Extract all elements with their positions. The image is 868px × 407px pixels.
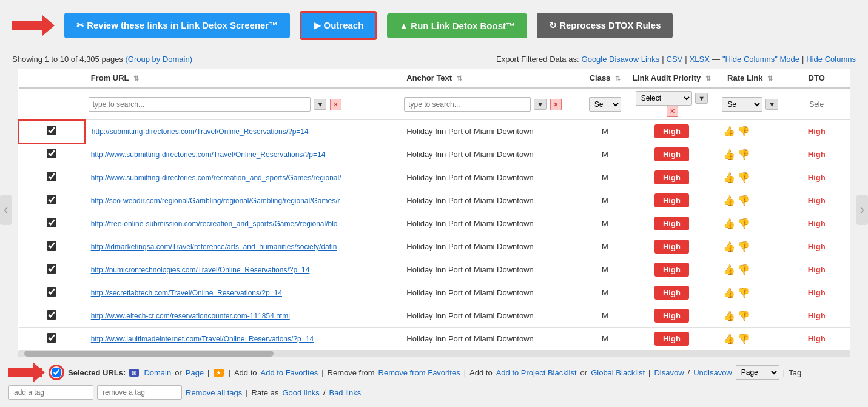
url-link-2[interactable]: http://www.submitting-directories.com/re… bbox=[91, 173, 341, 182]
review-links-button[interactable]: ✂ Review these links in Link Detox Scree… bbox=[64, 13, 290, 38]
row-checkbox-6[interactable] bbox=[47, 264, 56, 274]
project-blacklist-link[interactable]: Add to Project Blacklist bbox=[496, 368, 577, 377]
sort-icon-audit[interactable]: ⇅ bbox=[705, 75, 711, 82]
row-checkbox-cell-8[interactable] bbox=[19, 304, 85, 328]
thumbs-down-icon-9[interactable]: 👎 bbox=[738, 333, 750, 345]
good-links-link[interactable]: Good links bbox=[282, 388, 319, 397]
sort-icon-anchor[interactable]: ⇅ bbox=[457, 75, 462, 82]
thumbs-up-icon-0[interactable]: 👍 bbox=[723, 126, 735, 137]
audit-badge-2: High bbox=[654, 170, 689, 184]
thumbs-up-icon-2[interactable]: 👍 bbox=[723, 172, 735, 183]
undisavow-link[interactable]: Undisavow bbox=[693, 368, 732, 377]
row-checkbox-cell-6[interactable] bbox=[19, 258, 85, 281]
audit-filter-icon[interactable]: ▼ bbox=[695, 93, 708, 104]
thumbs-up-icon-5[interactable]: 👍 bbox=[723, 241, 735, 252]
url-link-6[interactable]: http://numicrontechnologies.com/Travel/O… bbox=[91, 266, 310, 274]
reprocess-button[interactable]: ↻ Reprocess DTOX Rules bbox=[537, 13, 673, 38]
anchor-filter-clear[interactable]: ✕ bbox=[550, 99, 562, 110]
row-checkbox-7[interactable] bbox=[47, 287, 56, 297]
hide-columns-link[interactable]: Hide Columns bbox=[806, 55, 856, 64]
url-link-3[interactable]: http://seo-webdir.com/regional/Gambling/… bbox=[91, 197, 340, 205]
thumbs-up-icon-7[interactable]: 👍 bbox=[723, 287, 735, 298]
row-audit-6: High bbox=[627, 258, 717, 281]
thumbs-down-icon-3[interactable]: 👎 bbox=[738, 195, 750, 206]
thumbs-down-icon-2[interactable]: 👎 bbox=[738, 172, 750, 183]
thumbs-down-icon-4[interactable]: 👎 bbox=[738, 218, 750, 229]
row-checkbox-cell-3[interactable] bbox=[19, 189, 85, 212]
rate-filter-select[interactable]: Se bbox=[722, 97, 762, 112]
sort-icon-rate[interactable]: ⇅ bbox=[767, 75, 773, 82]
row-checkbox-5[interactable] bbox=[47, 241, 56, 251]
page-select[interactable]: Page Domain bbox=[736, 365, 779, 380]
row-checkbox-8[interactable] bbox=[47, 310, 56, 320]
sort-icon-from-url[interactable]: ⇅ bbox=[133, 75, 139, 82]
export-csv-link[interactable]: CSV bbox=[667, 55, 683, 64]
row-checkbox-cell-1[interactable] bbox=[19, 143, 85, 166]
run-boost-button[interactable]: ▲ Run Link Detox Boost™ bbox=[387, 13, 527, 38]
outreach-button[interactable]: ▶ Outreach bbox=[301, 13, 375, 38]
sort-icon-class[interactable]: ⇅ bbox=[615, 75, 621, 82]
thumbs-up-icon-8[interactable]: 👍 bbox=[723, 310, 735, 321]
row-checkbox-cell-2[interactable] bbox=[19, 166, 85, 189]
anchor-filter-icon[interactable]: ▼ bbox=[534, 99, 547, 110]
domain-link[interactable]: Domain bbox=[144, 368, 171, 377]
audit-filter-select[interactable]: Select High Medium Low bbox=[636, 91, 692, 106]
thumbs-up-icon-4[interactable]: 👍 bbox=[723, 218, 735, 229]
row-checkbox-2[interactable] bbox=[47, 172, 56, 181]
global-blacklist-link[interactable]: Global Blacklist bbox=[591, 368, 645, 377]
table-scroll-left[interactable]: ‹ bbox=[0, 195, 12, 225]
remove-all-tags-link[interactable]: Remove all tags bbox=[186, 388, 242, 397]
url-link-0[interactable]: http://submitting-directories.com/Travel… bbox=[92, 127, 309, 136]
row-checkbox-9[interactable] bbox=[47, 333, 56, 343]
thumbs-up-icon-6[interactable]: 👍 bbox=[723, 264, 735, 275]
url-filter-icon[interactable]: ▼ bbox=[314, 99, 326, 110]
url-link-4[interactable]: http://free-online-submission.com/recrea… bbox=[91, 220, 338, 228]
disavow-link[interactable]: Disavow bbox=[654, 368, 684, 377]
thumbs-down-icon-0[interactable]: 👎 bbox=[738, 126, 750, 137]
url-link-9[interactable]: http://www.laultimadeinternet.com/Travel… bbox=[91, 335, 314, 343]
row-checkbox-0[interactable] bbox=[47, 126, 56, 135]
bad-links-link[interactable]: Bad links bbox=[329, 388, 361, 397]
rate-filter-icon[interactable]: ▼ bbox=[765, 99, 778, 110]
row-checkbox-4[interactable] bbox=[47, 218, 56, 227]
remove-tag-input[interactable] bbox=[97, 385, 182, 400]
thumbs-down-icon-8[interactable]: 👎 bbox=[738, 310, 750, 321]
thumbs-down-icon-5[interactable]: 👎 bbox=[738, 241, 750, 252]
url-link-1[interactable]: http://www.submitting-directories.com/Tr… bbox=[91, 150, 326, 159]
add-tag-input[interactable] bbox=[8, 385, 93, 400]
thumbs-up-icon-3[interactable]: 👍 bbox=[723, 195, 735, 206]
thumbs-down-icon-7[interactable]: 👎 bbox=[738, 287, 750, 298]
row-checkbox-1[interactable] bbox=[47, 149, 56, 158]
add-to-favorites-link[interactable]: Add to Favorites bbox=[260, 368, 318, 377]
thumbs-up-icon-9[interactable]: 👍 bbox=[723, 333, 735, 345]
anchor-search-input[interactable] bbox=[404, 97, 530, 112]
thumbs-down-icon-6[interactable]: 👎 bbox=[738, 264, 750, 275]
url-link-7[interactable]: http://secretlabtech.com/Travel/Online_R… bbox=[91, 289, 282, 297]
group-by-domain-link[interactable]: (Group by Domain) bbox=[126, 55, 193, 64]
audit-filter-clear[interactable]: ✕ bbox=[667, 106, 678, 117]
url-search-input[interactable] bbox=[89, 97, 311, 112]
thumbs-up-icon-1[interactable]: 👍 bbox=[723, 149, 735, 160]
row-checkbox-cell-0[interactable] bbox=[19, 120, 85, 143]
row-checkbox-3[interactable] bbox=[47, 195, 56, 204]
url-link-8[interactable]: http://www.eltech-ct.com/reservationcoun… bbox=[91, 312, 290, 320]
row-checkbox-cell-7[interactable] bbox=[19, 281, 85, 304]
export-google-link[interactable]: Google Disavow Links bbox=[582, 55, 660, 64]
hide-columns-mode-link[interactable]: "Hide Columns" Mode bbox=[722, 55, 799, 64]
remove-from-favorites-link[interactable]: Remove from Favorites bbox=[378, 368, 460, 377]
bottom-select-all-circle[interactable] bbox=[49, 365, 64, 380]
export-xlsx-link[interactable]: XLSX bbox=[690, 55, 710, 64]
row-checkbox-cell-9[interactable] bbox=[19, 328, 85, 351]
thumbs-down-icon-1[interactable]: 👎 bbox=[738, 149, 750, 160]
page-link[interactable]: Page bbox=[186, 368, 204, 377]
row-url-2: http://www.submitting-directories.com/re… bbox=[85, 166, 401, 189]
class-filter-select[interactable]: Se bbox=[589, 97, 621, 112]
table-scroll-right[interactable]: › bbox=[856, 195, 868, 225]
bottom-select-all-checkbox[interactable] bbox=[52, 368, 61, 377]
row-checkbox-cell-5[interactable] bbox=[19, 235, 85, 258]
row-checkbox-cell-4[interactable] bbox=[19, 212, 85, 235]
url-filter-clear[interactable]: ✕ bbox=[330, 99, 341, 110]
audit-badge-9: High bbox=[654, 332, 689, 346]
url-link-5[interactable]: http://idmarketingsa.com/Travel/referenc… bbox=[91, 243, 337, 251]
row-class-1: M bbox=[584, 143, 627, 166]
